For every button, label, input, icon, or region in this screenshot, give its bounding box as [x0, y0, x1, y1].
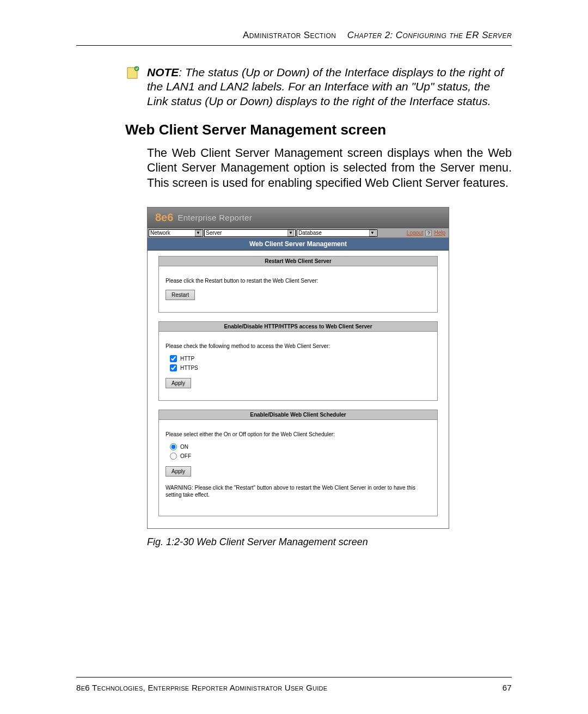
http-https-panel: Enable/Disable HTTP/HTTPS access to Web … [158, 321, 438, 401]
header-section: Administrator Section [243, 30, 336, 40]
restart-panel-text: Please click the Restart button to resta… [166, 277, 431, 284]
apply-scheduler-button[interactable]: Apply [166, 466, 191, 477]
https-checkbox[interactable] [170, 364, 177, 371]
https-label: HTTPS [180, 364, 198, 371]
chevron-down-icon: ▼ [287, 230, 294, 236]
http-https-panel-title: Enable/Disable HTTP/HTTPS access to Web … [159, 322, 437, 332]
chevron-down-icon: ▼ [195, 230, 201, 236]
screenshot-figure: 8e6 Enterprise Reporter Network ▼ Server… [147, 207, 512, 529]
restart-panel-title: Restart Web Client Server [159, 257, 437, 266]
screen-title: Web Client Server Management [148, 238, 449, 251]
note-block: NOTE: The status (Up or Down) of the Int… [125, 65, 512, 108]
database-menu-label: Database [298, 230, 322, 236]
page-footer: 8e6 Technologies, Enterprise Reporter Ad… [76, 677, 512, 692]
http-https-panel-text: Please check the following method to acc… [166, 343, 431, 350]
note-icon [125, 65, 140, 108]
menu-bar: Network ▼ Server ▼ Database ▼ Logout ? H… [148, 228, 449, 238]
http-checkbox[interactable] [170, 355, 177, 362]
footer-left: 8e6 Technologies, Enterprise Reporter Ad… [76, 683, 327, 692]
scheduler-on-radio[interactable] [170, 443, 177, 450]
scheduler-panel-text: Please select either the On or Off optio… [166, 431, 431, 438]
network-menu-label: Network [150, 230, 170, 236]
note-text: NOTE: The status (Up or Down) of the Int… [147, 65, 512, 108]
note-body: : The status (Up or Down) of the Interfa… [147, 66, 504, 107]
apply-http-button[interactable]: Apply [166, 378, 191, 388]
scheduler-on-label: ON [180, 443, 188, 450]
logout-link[interactable]: Logout [407, 230, 424, 236]
help-icon[interactable]: ? [425, 230, 432, 236]
scheduler-panel: Enable/Disable Web Client Scheduler Plea… [158, 410, 438, 516]
server-menu-label: Server [206, 230, 222, 236]
server-menu[interactable]: Server ▼ [204, 229, 296, 237]
header-chapter: Chapter 2: Configuring the ER Server [347, 30, 512, 40]
content-area: Restart Web Client Server Please click t… [148, 251, 449, 528]
figure-caption: Fig. 1:2-30 Web Client Server Management… [147, 536, 512, 548]
app-window: 8e6 Enterprise Reporter Network ▼ Server… [147, 207, 449, 529]
network-menu[interactable]: Network ▼ [149, 229, 203, 237]
restart-button[interactable]: Restart [166, 290, 195, 300]
scheduler-off-radio[interactable] [170, 453, 177, 460]
chevron-down-icon: ▼ [369, 230, 376, 236]
app-titlebar: 8e6 Enterprise Reporter [148, 208, 449, 228]
app-logo: 8e6 [155, 211, 173, 224]
help-link[interactable]: Help [434, 230, 445, 236]
scheduler-off-label: OFF [180, 453, 191, 460]
page-number: 67 [503, 683, 512, 692]
database-menu[interactable]: Database ▼ [297, 229, 377, 237]
scheduler-warning: WARNING: Please click the "Restart" butt… [166, 484, 431, 498]
body-paragraph: The Web Client Server Management screen … [147, 146, 512, 191]
scheduler-panel-title: Enable/Disable Web Client Scheduler [159, 410, 437, 420]
note-label: NOTE [147, 66, 179, 78]
http-label: HTTP [180, 355, 194, 362]
section-heading: Web Client Server Management screen [125, 121, 512, 138]
page-header: Administrator Section Chapter 2: Configu… [76, 30, 512, 46]
restart-panel: Restart Web Client Server Please click t… [158, 256, 438, 313]
app-product-name: Enterprise Reporter [177, 213, 252, 222]
